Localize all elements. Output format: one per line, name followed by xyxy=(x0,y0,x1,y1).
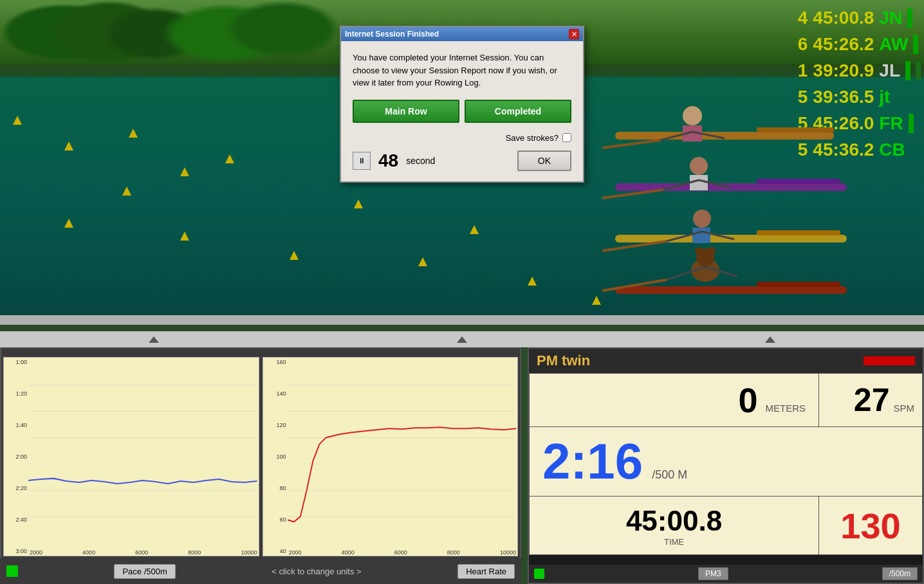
dialog-action-buttons: Main Row Completed xyxy=(353,100,571,123)
hr-chart: 160 140 120 100 80 60 40 2000 4000 6000 … xyxy=(263,357,519,556)
pace-chart-x-labels: 2000 4000 6000 8000 10000 xyxy=(28,549,259,556)
pace-y-label-2: 1:40 xyxy=(5,422,27,428)
arrow-controls-row xyxy=(0,331,924,347)
dialog-titlebar: Internet Session Finished ✕ xyxy=(341,27,583,41)
hr-x-0: 2000 xyxy=(289,549,302,556)
pace-x-1: 4000 xyxy=(82,549,95,556)
hr-y-label-1: 140 xyxy=(264,390,286,397)
pm-spm-cell: 27 SPM xyxy=(819,374,922,426)
dialog-title: Internet Session Finished xyxy=(345,30,439,39)
pm-hr-value: 130 xyxy=(840,505,900,547)
pm-meters-cell: 0 METERS xyxy=(530,374,819,426)
pm3-button[interactable]: PM3 xyxy=(698,567,728,580)
pm-status-indicator xyxy=(864,356,915,365)
pm-footer: PM3 /500m xyxy=(529,565,923,583)
bottom-controls-bar: Pace /500m < click to change units > Hea… xyxy=(0,558,521,584)
hr-y-label-0: 160 xyxy=(264,359,286,365)
pace-y-label-4: 2:20 xyxy=(5,485,27,491)
pm-pace-cell: 2:16 /500 M xyxy=(529,427,923,497)
pause-button[interactable]: ⏸ xyxy=(353,152,371,170)
save-strokes-checkbox[interactable] xyxy=(562,133,571,142)
hr-y-label-2: 120 xyxy=(264,422,286,428)
hr-y-label-5: 60 xyxy=(264,516,286,523)
dialog-internet-session: Internet Session Finished ✕ You have com… xyxy=(340,26,584,183)
hr-y-label-4: 80 xyxy=(264,485,286,491)
arrow-up-center[interactable] xyxy=(457,336,467,343)
pace-button[interactable]: Pace /500m xyxy=(114,564,175,579)
dialog-bottom-row: ⏸ 48 second OK xyxy=(353,151,571,171)
dialog-message: You have completed your Internet Session… xyxy=(353,51,571,89)
separator-bar xyxy=(0,315,924,325)
pace-y-label-1: 1:20 xyxy=(5,390,27,397)
pm-hr-cell: 130 xyxy=(819,497,922,554)
hr-x-3: 8000 xyxy=(447,549,460,556)
pace-x-4: 10000 xyxy=(241,549,257,556)
main-row-button[interactable]: Main Row xyxy=(353,100,459,123)
save-strokes-label: Save strokes? xyxy=(506,133,559,143)
pm-header: PM twin xyxy=(529,349,923,373)
pm-pace-value: 2:16 xyxy=(542,432,643,491)
heart-rate-button[interactable]: Heart Rate xyxy=(457,564,515,579)
dialog-time-value: 48 xyxy=(378,151,398,171)
pm-spm-label: SPM xyxy=(893,403,914,414)
pm-footer-indicator xyxy=(534,569,544,579)
pace-chart-svg xyxy=(28,359,257,543)
green-status-indicator xyxy=(6,565,18,577)
pace-chart: 1:00 1:20 1:40 2:00 2:20 2:40 3:00 2000 … xyxy=(3,357,259,556)
pause-icon: ⏸ xyxy=(358,156,365,165)
click-label: < click to change units > xyxy=(272,567,361,576)
pm-spm-value: 27 xyxy=(854,381,890,419)
pace-x-3: 8000 xyxy=(188,549,201,556)
rowing-scene: 4 45:00.8 JN 6 45:26.2 AW 1 39:20.9 JL 5… xyxy=(0,0,924,315)
dialog-time-unit: second xyxy=(406,156,435,166)
save-strokes-row: Save strokes? xyxy=(353,133,571,143)
hr-x-1: 4000 xyxy=(342,549,355,556)
pm-title: PM twin xyxy=(537,352,590,369)
pm-row-1: 0 METERS 27 SPM xyxy=(529,373,923,427)
pace-y-label-5: 2:40 xyxy=(5,516,27,523)
pm-meters-value: 0 xyxy=(738,380,757,420)
charts-area: 1:00 1:20 1:40 2:00 2:20 2:40 3:00 2000 … xyxy=(3,357,518,556)
hr-chart-svg xyxy=(288,359,517,543)
pm-meters-label: METERS xyxy=(765,403,806,414)
hr-x-4: 10000 xyxy=(500,549,516,556)
hr-x-2: 6000 xyxy=(394,549,407,556)
pm-time-cell: 45:00.8 TIME xyxy=(530,497,819,554)
hr-chart-y-labels: 160 140 120 100 80 60 40 xyxy=(263,358,288,556)
hr-y-label-3: 100 xyxy=(264,453,286,460)
pace-y-label-3: 2:00 xyxy=(5,453,27,460)
completed-button[interactable]: Completed xyxy=(465,100,571,123)
pace-y-label-0: 1:00 xyxy=(5,359,27,365)
pace-x-0: 2000 xyxy=(30,549,42,556)
pace-x-2: 6000 xyxy=(135,549,148,556)
arrow-up-right[interactable] xyxy=(765,336,775,343)
pm-time-label: TIME xyxy=(664,537,684,547)
pm-unit-button[interactable]: /500m xyxy=(882,567,918,580)
arrow-up-left[interactable] xyxy=(149,336,159,343)
pm-twin-panel: PM twin 0 METERS 27 SPM 2:16 /500 M 45:0… xyxy=(528,347,924,584)
pm-row-3: 45:00.8 TIME 130 xyxy=(529,497,923,555)
pace-y-label-6: 3:00 xyxy=(5,548,27,554)
hr-y-label-6: 40 xyxy=(264,548,286,554)
pm-time-value: 45:00.8 xyxy=(626,505,722,537)
hr-chart-x-labels: 2000 4000 6000 8000 10000 xyxy=(288,549,518,556)
dialog-body: You have completed your Internet Session… xyxy=(341,41,583,181)
pace-chart-y-labels: 1:00 1:20 1:40 2:00 2:20 2:40 3:00 xyxy=(4,358,28,556)
pm-pace-unit: /500 M xyxy=(652,468,687,482)
ok-button[interactable]: OK xyxy=(517,151,571,171)
dialog-overlay: Internet Session Finished ✕ You have com… xyxy=(0,0,924,315)
dialog-close-button[interactable]: ✕ xyxy=(569,29,579,39)
